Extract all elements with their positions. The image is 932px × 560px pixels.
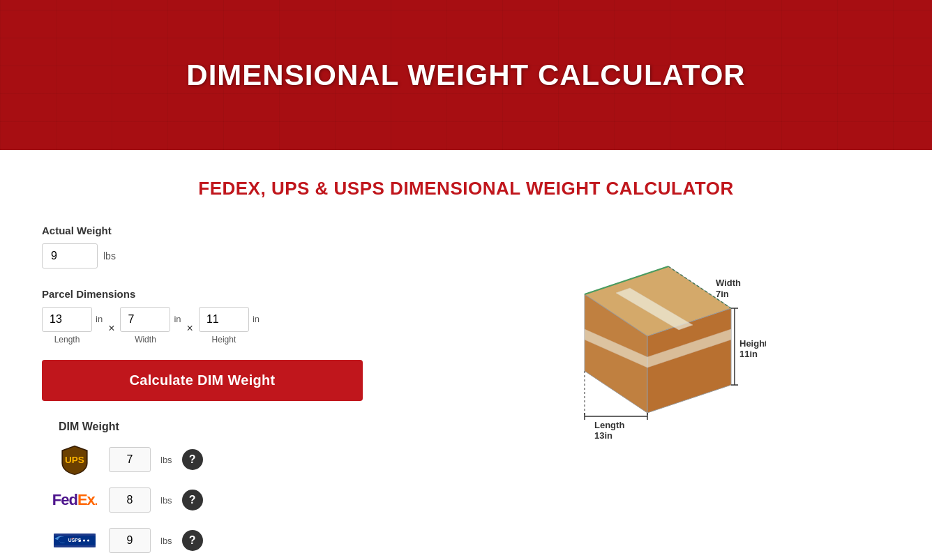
width-input[interactable]	[120, 307, 170, 332]
actual-weight-input[interactable]	[42, 243, 98, 268]
usps-logo: USPS	[50, 525, 99, 556]
ups-row: UPS 7 lbs ?	[50, 444, 363, 475]
dim-weight-label: DIM Weight	[59, 421, 363, 433]
calculate-button[interactable]: Calculate DIM Weight	[42, 360, 363, 401]
height-input[interactable]	[199, 307, 249, 332]
ups-result: 7	[109, 447, 151, 472]
content-area: Actual Weight lbs Parcel Dimensions in L…	[42, 225, 890, 560]
width-field: in Width	[120, 307, 181, 345]
fedex-help-icon[interactable]: ?	[182, 490, 203, 510]
section-title: FEDEX, UPS & USPS DIMENSIONAL WEIGHT CAL…	[42, 178, 890, 199]
dimensions-row: in Length × in Width × in	[42, 307, 363, 345]
hero-title: DIMENSIONAL WEIGHT CALCULATOR	[186, 59, 745, 92]
usps-help-icon[interactable]: ?	[182, 530, 203, 551]
length-label: Length	[42, 335, 92, 345]
main-content: FEDEX, UPS & USPS DIMENSIONAL WEIGHT CAL…	[0, 150, 932, 560]
ups-logo: UPS	[50, 444, 99, 475]
svg-rect-9	[54, 533, 96, 536]
usps-row: USPS 9 lbs ?	[50, 525, 363, 556]
times-icon-1: ×	[108, 322, 114, 335]
parcel-dimensions-label: Parcel Dimensions	[42, 288, 363, 300]
usps-result: 9	[109, 528, 151, 553]
diagram-area: Width 7in Height 11in Length 13in	[405, 225, 890, 462]
height-label: Height	[199, 335, 249, 345]
svg-point-7	[87, 540, 89, 542]
length-diagram-value: 13in	[594, 430, 612, 441]
length-input[interactable]	[42, 307, 92, 332]
actual-weight-row: lbs	[42, 243, 363, 268]
height-field: in Height	[199, 307, 260, 345]
width-diagram-value: 7in	[716, 289, 729, 299]
form-area: Actual Weight lbs Parcel Dimensions in L…	[42, 225, 363, 560]
length-unit: in	[96, 314, 103, 324]
fedex-unit: lbs	[160, 495, 172, 506]
times-icon-2: ×	[187, 322, 193, 335]
svg-rect-10	[54, 545, 96, 547]
svg-point-6	[83, 540, 85, 542]
ups-help-icon[interactable]: ?	[182, 449, 203, 470]
svg-text:USPS: USPS	[68, 538, 82, 543]
height-unit: in	[253, 314, 260, 324]
ups-unit: lbs	[160, 455, 172, 465]
fedex-logo: FedEx.	[50, 485, 99, 515]
width-unit: in	[174, 314, 181, 324]
fedex-result: 8	[109, 487, 151, 513]
length-diagram-label: Length	[594, 420, 624, 430]
width-diagram-label: Width	[716, 278, 741, 288]
actual-weight-unit: lbs	[103, 250, 116, 262]
usps-unit: lbs	[160, 536, 172, 546]
fedex-text: FedEx.	[52, 491, 98, 509]
height-diagram-value: 11in	[739, 349, 758, 359]
box-diagram: Width 7in Height 11in Length 13in	[529, 239, 766, 462]
hero-banner: DIMENSIONAL WEIGHT CALCULATOR	[0, 0, 932, 150]
fedex-row: FedEx. 8 lbs ?	[50, 485, 363, 515]
svg-text:UPS: UPS	[65, 455, 84, 465]
length-field: in Length	[42, 307, 103, 345]
width-label: Width	[120, 335, 170, 345]
actual-weight-label: Actual Weight	[42, 225, 363, 236]
height-diagram-label: Height	[739, 338, 766, 349]
